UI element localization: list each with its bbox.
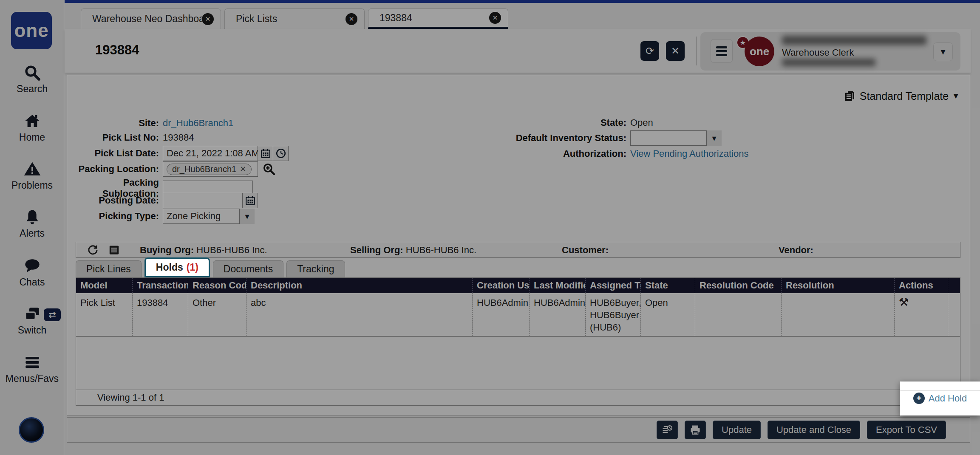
close-record-button[interactable]: ✕: [666, 41, 685, 61]
column-header-actions[interactable]: Actions: [895, 278, 948, 293]
tab-pick-lines[interactable]: Pick Lines: [76, 260, 142, 277]
close-icon[interactable]: ✕: [202, 13, 214, 25]
print-button[interactable]: [685, 421, 706, 439]
add-hold-button[interactable]: + Add Hold: [900, 390, 980, 406]
one-logo[interactable]: one: [11, 12, 52, 49]
sidebar-item-search[interactable]: Search: [0, 64, 64, 95]
tab-documents[interactable]: Documents: [213, 260, 283, 277]
tab-pick-lists[interactable]: Pick Lists ✕: [224, 8, 365, 29]
menu-bars-icon: [716, 45, 727, 58]
cell-creation-user: HUB6Admin: [473, 293, 530, 336]
app-header: 193884 ⟳ ✕ ★ one Warehouse Clerk ▾: [65, 29, 971, 73]
list-icon: [108, 244, 120, 256]
user-avatar[interactable]: one: [745, 37, 774, 66]
pick-list-no-value: 193884: [163, 132, 194, 143]
column-header-assigned-to[interactable]: Assigned To: [586, 278, 641, 293]
cell-resolution-code: [695, 293, 782, 336]
site-link[interactable]: dr_Hub6Branch1: [163, 118, 233, 129]
sidebar-item-problems[interactable]: Problems: [0, 160, 64, 191]
cell-filler: [948, 293, 960, 336]
tab-label: 193884: [380, 12, 489, 24]
column-header-resolution[interactable]: Resolution: [782, 278, 895, 293]
field-label: Pick List Date:: [67, 148, 163, 159]
sidebar-item-menus-favs[interactable]: Menus/Favs: [0, 353, 64, 384]
view-pending-authorizations-link[interactable]: View Pending Authorizations: [630, 148, 748, 159]
packing-location-input[interactable]: dr_Hub6Branch1 ✕: [163, 161, 258, 177]
table-row[interactable]: Pick List 193884 Other abc HUB6Admin HUB…: [76, 293, 960, 336]
user-menu-button[interactable]: ★: [711, 39, 733, 63]
picking-type-select[interactable]: Zone Picking ▾: [163, 209, 255, 224]
export-to-csv-button[interactable]: Export To CSV: [867, 421, 946, 439]
sidebar-item-label: Home: [19, 132, 45, 143]
field-picking-type: Picking Type: Zone Picking ▾: [67, 209, 255, 224]
column-header-transaction[interactable]: Transaction ...: [133, 278, 188, 293]
chevron-down-icon: ▾: [239, 209, 255, 224]
column-header-description[interactable]: Description: [246, 278, 473, 293]
user-dropdown-button[interactable]: ▾: [933, 42, 953, 61]
tab-warehouse-neo-dashboard[interactable]: Warehouse Neo Dashboard ✕: [81, 8, 221, 29]
column-header-state[interactable]: State: [641, 278, 695, 293]
close-icon[interactable]: ✕: [489, 12, 501, 24]
cell-last-modified: HUB6Admin: [530, 293, 586, 336]
user-org-redacted: [782, 59, 875, 66]
field-state: State: Open: [482, 117, 653, 128]
switch-context-badge[interactable]: ⇄: [44, 308, 61, 321]
cell-state: Open: [641, 293, 695, 336]
calendar-button[interactable]: [258, 146, 273, 161]
field-label: State:: [482, 117, 630, 128]
vendor: Vendor:: [779, 245, 813, 256]
field-label: Authorization:: [482, 148, 630, 159]
tab-193884[interactable]: 193884 ✕: [368, 8, 508, 29]
field-posting-date: Posting Date:: [67, 193, 258, 208]
customer: Customer:: [562, 245, 609, 256]
posting-date-input[interactable]: [163, 193, 243, 208]
add-hold-label: Add Hold: [929, 393, 967, 404]
update-button[interactable]: Update: [713, 421, 761, 439]
bottom-emblem-logo[interactable]: [19, 417, 44, 443]
refresh-icon: ⟳: [646, 45, 654, 57]
bottom-action-bar: Update Update and Close Export To CSV: [67, 417, 970, 443]
refresh-button[interactable]: ⟳: [640, 41, 659, 61]
calendar-icon: [260, 148, 271, 159]
location-lookup-button[interactable]: [262, 162, 276, 176]
sidebar-item-alerts[interactable]: Alerts: [0, 208, 64, 239]
tab-tracking[interactable]: Tracking: [286, 260, 345, 277]
add-hold-popover: + Add Hold: [900, 382, 980, 415]
close-icon[interactable]: ✕: [346, 13, 357, 25]
update-and-close-button[interactable]: Update and Close: [768, 421, 860, 439]
chip-remove-icon[interactable]: ✕: [240, 164, 246, 174]
cell-reason-code: Other: [188, 293, 246, 336]
pick-list-date-input[interactable]: Dec 21, 2022 1:08 AM MST: [163, 146, 258, 161]
audit-trail-button[interactable]: [657, 421, 678, 439]
tab-label: Tracking: [297, 263, 334, 275]
calendar-button[interactable]: [243, 193, 258, 208]
column-header-resolution-code[interactable]: Resolution Code: [695, 278, 782, 293]
column-header-reason-code[interactable]: Reason Code: [188, 278, 246, 293]
sidebar-item-label: Switch: [18, 325, 47, 336]
time-picker-button[interactable]: [273, 146, 289, 161]
header-divider: [696, 37, 697, 65]
column-header-last-modified[interactable]: Last Modifie...: [530, 278, 586, 293]
field-packing-location: Packing Location: dr_Hub6Branch1 ✕: [67, 161, 276, 177]
template-selector-label: Standard Template: [860, 90, 949, 102]
tab-label: Warehouse Neo Dashboard: [92, 13, 202, 25]
audit-trail-icon: [661, 424, 673, 436]
default-inventory-status-select[interactable]: ▾: [630, 130, 722, 146]
sidebar-item-home[interactable]: Home: [0, 112, 64, 143]
refresh-grid-button[interactable]: [87, 244, 99, 258]
calendar-icon: [245, 195, 256, 206]
column-header-model[interactable]: Model: [76, 278, 133, 293]
cell-transaction: 193884: [133, 293, 188, 336]
resolve-hold-icon[interactable]: ⚒: [899, 296, 909, 308]
column-header-creation-user[interactable]: Creation User: [473, 278, 530, 293]
top-accent-strip: [65, 0, 980, 3]
field-authorization: Authorization: View Pending Authorizatio…: [482, 148, 748, 159]
picking-type-value: Zone Picking: [167, 211, 221, 222]
refresh-icon: [87, 244, 99, 256]
sidebar-item-chats[interactable]: Chats: [0, 257, 64, 288]
field-label: Picking Type:: [67, 211, 163, 222]
template-selector[interactable]: Standard Template ▼: [844, 90, 960, 102]
star-icon: ★: [740, 39, 746, 47]
grid-menu-button[interactable]: [108, 244, 120, 258]
tab-holds[interactable]: Holds (1): [144, 257, 210, 277]
